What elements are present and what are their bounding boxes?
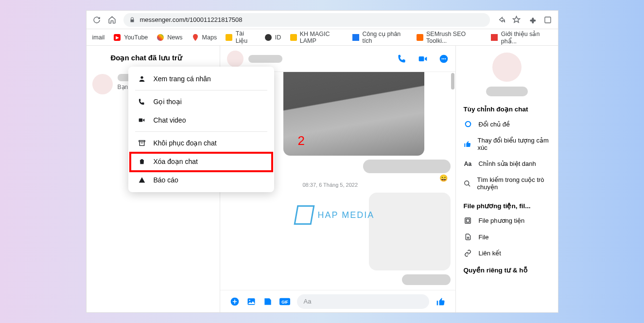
media-files[interactable]: File phương tiện (456, 213, 558, 229)
svg-point-12 (464, 180, 469, 185)
menu-audio-call[interactable]: Gọi thoại (128, 92, 274, 111)
watermark: HAP MEDIA (296, 205, 375, 225)
bookmark-analytics[interactable]: Công cụ phân tích (352, 30, 408, 44)
timestamp: 08:37, 6 Tháng 5, 2022 (303, 182, 455, 188)
info-icon[interactable] (439, 54, 449, 64)
text-message-redacted (402, 274, 451, 285)
account-icon[interactable] (543, 16, 552, 24)
like-icon[interactable] (436, 297, 446, 306)
svg-point-5 (445, 58, 446, 59)
links[interactable]: Liên kết (456, 245, 558, 261)
watermark-text: HAP MEDIA (318, 210, 375, 220)
annotation-box-2 (129, 152, 273, 172)
home-icon[interactable] (108, 16, 117, 24)
lock-icon (129, 17, 135, 23)
section-customise[interactable]: Tùy chỉnh đoạn chat (456, 98, 558, 116)
svg-point-15 (140, 76, 143, 79)
name-redacted (486, 87, 528, 96)
svg-rect-1 (418, 56, 424, 61)
scrollbar-thumb[interactable] (451, 73, 454, 90)
message-bubble (369, 193, 451, 270)
search-conversation[interactable]: Tìm kiếm trong cuộc trò chuyện (456, 172, 558, 195)
menu-view-profile[interactable]: Xem trang cá nhân (128, 70, 274, 88)
star-icon[interactable] (512, 16, 521, 24)
reload-icon[interactable] (92, 16, 101, 24)
avatar (92, 74, 113, 94)
bookmark-id[interactable]: ID (264, 34, 281, 41)
bookmark-news[interactable]: News (157, 34, 182, 41)
menu-report[interactable]: Báo cáo (128, 171, 274, 189)
reaction-emoji: 😄 (439, 174, 448, 182)
context-menu: Xem trang cá nhân Gọi thoại Chat video K… (128, 67, 274, 192)
bookmark-khmagic[interactable]: KH MAGIC LAMP (290, 31, 344, 44)
message-input[interactable]: Aa (297, 294, 429, 309)
annotation-number-2: 2 (298, 133, 305, 148)
sticker-icon[interactable] (263, 297, 273, 306)
svg-rect-0 (545, 17, 551, 23)
bookmark-gmail[interactable]: imail (92, 34, 105, 41)
avatar-large (492, 53, 522, 82)
browser-toolbar: messenger.com/t/100011221817508 (87, 11, 558, 29)
bookmark-maps[interactable]: Maps (191, 34, 217, 41)
change-theme[interactable]: Đổi chủ đề (456, 116, 558, 132)
gif-icon[interactable]: GIF (279, 298, 290, 305)
name-redacted (248, 55, 282, 63)
bookmarks-bar: imail ▶YouTube News Maps Tài Liệu ID KH … (87, 29, 558, 46)
conversation-details: Tùy chỉnh đoạn chat Đổi chủ đề Thay đổi … (456, 46, 558, 312)
avatar (227, 51, 244, 67)
share-icon[interactable] (497, 16, 505, 24)
plus-icon[interactable] (230, 297, 240, 306)
svg-text:GIF: GIF (281, 300, 288, 304)
bookmark-tailieu[interactable]: Tài Liệu (226, 30, 256, 44)
svg-point-3 (441, 58, 442, 59)
section-privacy[interactable]: Quyền riêng tư & hỗ (456, 261, 558, 277)
watermark-icon (294, 205, 314, 225)
svg-point-11 (465, 122, 470, 127)
svg-rect-16 (139, 119, 143, 122)
text-message-redacted (363, 160, 451, 173)
extensions-icon[interactable] (528, 16, 537, 24)
composer: GIF Aa (220, 290, 455, 312)
url-text: messenger.com/t/100011221817508 (140, 16, 243, 23)
files[interactable]: File (456, 229, 558, 245)
image-icon[interactable] (246, 297, 256, 306)
section-media[interactable]: File phương tiện, fil... (456, 195, 558, 213)
menu-video-chat[interactable]: Chat video (128, 111, 274, 129)
menu-unarchive[interactable]: Khôi phục đoạn chat (128, 134, 274, 152)
address-bar[interactable]: messenger.com/t/100011221817508 (123, 13, 490, 27)
svg-rect-13 (465, 218, 470, 223)
change-emoji[interactable]: Thay đổi biểu tượng cảm xúc (456, 132, 558, 156)
bookmark-intro[interactable]: Giới thiệu sản phẩ... (491, 30, 552, 45)
svg-rect-14 (466, 219, 469, 222)
svg-point-4 (443, 58, 444, 59)
svg-point-8 (249, 300, 250, 301)
bookmark-semrush[interactable]: SEMrush SEO Toolki... (416, 31, 482, 44)
bookmark-youtube[interactable]: ▶YouTube (113, 34, 148, 41)
call-icon[interactable] (397, 54, 407, 64)
edit-nickname[interactable]: AaChỉnh sửa biệt danh (456, 156, 558, 172)
video-icon[interactable] (418, 54, 428, 64)
svg-rect-17 (139, 141, 145, 142)
